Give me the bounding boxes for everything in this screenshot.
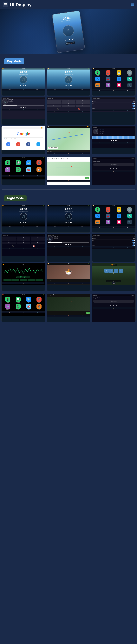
power-toggle[interactable] (132, 108, 135, 109)
night-play-2[interactable]: ⏸ (68, 222, 69, 223)
night-key-1[interactable]: 1 (2, 236, 16, 239)
bookmark-1[interactable]: G Google (4, 142, 13, 148)
app-more3[interactable]: 🔧 Tools (125, 83, 134, 88)
eq-slider-4[interactable]: -1 (28, 279, 35, 281)
food-nav-3[interactable]: ▶ (82, 283, 83, 284)
night-np-play[interactable]: ▶ (113, 304, 114, 306)
bt-next[interactable]: ⏭ (25, 106, 26, 108)
nav-music-2[interactable]: 🎵 (68, 89, 69, 90)
bookmark-4[interactable]: t Twitter (34, 142, 43, 148)
eq-control-3[interactable]: TREBLE (25, 276, 30, 278)
night-key-2[interactable]: 2 (16, 236, 30, 239)
eq-slider-3[interactable]: 0 (20, 279, 27, 281)
night-play-1[interactable]: ⏸ (23, 222, 24, 223)
night-app-waze[interactable]: 🚗 VehicleCar (103, 214, 113, 219)
hamburger-menu[interactable] (131, 4, 134, 6)
np-prev[interactable]: ⏮ (110, 168, 112, 170)
nav-go-button[interactable]: GO (85, 177, 89, 179)
apps-nav-3[interactable]: ▶ (127, 90, 128, 91)
night-next-2[interactable]: ⏭ (70, 222, 72, 223)
night-key-3[interactable]: 3→ (31, 236, 45, 239)
cp-phone[interactable]: 📱 Phone (3, 160, 12, 166)
cp-nav-home[interactable]: 🏠 (9, 175, 10, 176)
night-app-music[interactable]: 🎵 Music (103, 207, 113, 213)
night-bt-prev[interactable]: ⏮ (66, 244, 67, 245)
night-bt-music-close[interactable]: ✕ (88, 235, 89, 236)
night-auto-connect-toggle[interactable] (132, 242, 135, 244)
night-call-nav-1[interactable]: 📞 (9, 248, 10, 249)
tab-email[interactable]: 📧 EMAIL (66, 43, 70, 44)
bt-nav-1[interactable]: 📞 (9, 109, 10, 110)
social-next[interactable]: ⏭ (115, 140, 117, 141)
day-prev-2[interactable]: ⏮ (65, 85, 67, 86)
food-nav-2[interactable]: 🏠 (68, 283, 69, 284)
eq-slider-5[interactable]: +2 (36, 279, 43, 281)
day-play-2[interactable]: ⏸ (68, 85, 69, 86)
night-key-7[interactable]: 7← (2, 242, 16, 244)
app-wifi[interactable]: 📡 WiFi (125, 77, 134, 82)
night-cp-nav-settings[interactable]: ⚙️ (37, 312, 38, 313)
night-cp-maps[interactable]: 🗺️ Maps (24, 297, 34, 303)
night-settings-nav-1[interactable]: 📞 (100, 247, 100, 248)
night-np-nav-2[interactable]: 🏠 (113, 308, 114, 308)
social-close[interactable]: ✕ (134, 127, 134, 128)
night-call-nav-2[interactable]: 🎵 (23, 248, 24, 249)
cp-nav-settings[interactable]: ⚙️ (37, 175, 38, 176)
app-video[interactable]: 📺 Video (92, 83, 102, 88)
day-next-1[interactable]: ⏭ (25, 85, 26, 86)
night-app-settings[interactable]: ⚙️ Settings (125, 207, 134, 213)
eq-control-1[interactable]: BASS (16, 276, 21, 278)
night-bt-nav-3[interactable]: ⚙️ (82, 246, 82, 247)
wave-nav-1[interactable]: ◀ (10, 283, 10, 284)
night-settings-nav-2[interactable]: 🎵 (113, 247, 114, 248)
night-np-prev[interactable]: ⏮ (110, 304, 112, 306)
night-np-nav-3[interactable]: ▶ (127, 308, 127, 308)
cp-maps[interactable]: 🗺️ Maps (24, 160, 34, 166)
wave-nav-3[interactable]: ▶ (37, 283, 37, 284)
settings-nav-2[interactable]: 🎵 (113, 110, 114, 111)
bt-prev[interactable]: ⏮ (20, 106, 22, 108)
settings-nav-3[interactable]: ⚙️ (127, 110, 128, 111)
food-nav-1[interactable]: ◀ (54, 283, 55, 284)
night-call-nav-3[interactable]: ⚙️ (37, 248, 38, 249)
bt-settings-close[interactable]: ✕ (134, 98, 134, 99)
key-0[interactable]: 0 (76, 105, 90, 107)
google-search-bar[interactable]: 🔍 Search or type URL (3, 138, 44, 140)
night-bt-nav-1[interactable]: 📞 (54, 246, 55, 247)
wave-nav-2[interactable]: 🏠 (23, 283, 24, 284)
night-nav-go-button[interactable]: GO (86, 312, 90, 314)
bookmark-2[interactable]: Y YouTube (14, 142, 23, 148)
nav-auts-1[interactable]: AUTS (36, 89, 38, 90)
settings-nav-1[interactable]: 📞 (100, 110, 100, 111)
night-apps-nav-2[interactable]: 🏠 (113, 227, 114, 228)
night-power-toggle[interactable] (132, 244, 135, 246)
night-cp-spotify[interactable]: 🎧 Spotify (14, 304, 23, 310)
key-2[interactable]: 2 (62, 100, 76, 102)
night-cp-phone[interactable]: 📱 Phone (3, 297, 12, 303)
key-3[interactable]: 3→ (76, 100, 90, 102)
nav-email-1[interactable]: EMAIL (8, 89, 10, 90)
night-nav-music-1[interactable]: 🎵 (23, 226, 24, 227)
night-nav-music-2[interactable]: 🎵 (68, 226, 69, 227)
night-bt-next[interactable]: ⏭ (70, 244, 72, 245)
social-prev[interactable]: ⏮ (110, 140, 112, 141)
night-bt-settings-close[interactable]: ✕ (134, 235, 134, 236)
social-nav-2[interactable]: 🎵 (113, 142, 114, 143)
auto-answer-toggle[interactable] (132, 103, 135, 104)
track-3[interactable]: 华乐_时代.mp3 (100, 133, 134, 135)
night-cp-waze[interactable]: 🚘 Waze (24, 304, 34, 310)
night-bt-nav-2[interactable]: 🎵 (68, 246, 69, 247)
night-np-next[interactable]: ⏭ (116, 304, 118, 306)
night-nav-auts-1[interactable]: AUTS (36, 226, 38, 227)
app-waze[interactable]: 🚗 VehicleCar (103, 77, 113, 82)
app-maps[interactable]: ✈️ Maps (92, 77, 102, 82)
key-6[interactable]: 6→ (76, 102, 90, 104)
night-app-wifi[interactable]: 📡 WiFi (125, 214, 134, 219)
cp-audiobooks[interactable]: 📚 Books (34, 167, 44, 173)
night-cp-music[interactable]: 🎵 Music (34, 297, 44, 303)
night-key-4[interactable]: 4← (2, 239, 16, 241)
app-more2[interactable]: 💬 SMS (114, 83, 124, 88)
night-key-8[interactable]: 8 (16, 242, 30, 244)
night-auto-answer-toggle[interactable] (132, 240, 135, 241)
call-nav-2[interactable]: 🎵 (68, 111, 69, 112)
